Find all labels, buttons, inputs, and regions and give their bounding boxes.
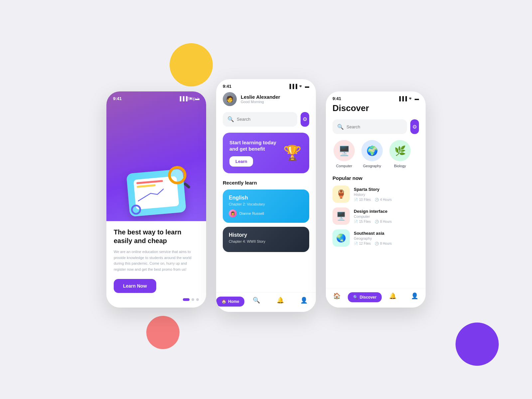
sparta-info: Sparta Story History 📄 10 Files 🕐 4 Hour… <box>354 187 419 201</box>
biology-icon: 🌿 <box>389 140 411 161</box>
file-icon: 📄 <box>354 198 358 201</box>
course-card-history[interactable]: History Chapter 4: WWII Story <box>223 227 309 252</box>
search-box-3[interactable]: 🔍 <box>332 119 407 134</box>
wifi-icon-3: ᯤ <box>409 96 413 101</box>
clock-icon: 🕐 <box>375 198 379 201</box>
skip-button[interactable]: Skip > <box>188 96 200 101</box>
discover-btn-icon: 🔍 <box>353 295 358 300</box>
signal-icon-3: ▐▐▐ <box>398 96 407 101</box>
filter-button-3[interactable]: ⚙ <box>410 119 419 134</box>
nav-profile-3[interactable]: 👤 <box>404 292 426 302</box>
bell-nav-icon: 🔔 <box>277 297 284 304</box>
category-computer[interactable]: 🖥️ Computer <box>332 140 356 168</box>
popular-title: Popular now <box>332 175 419 181</box>
battery-icon-3: ▬ <box>415 96 419 101</box>
time-3: 9:41 <box>332 96 341 101</box>
dot-2 <box>192 298 194 301</box>
computer-icon: 🖥️ <box>333 140 355 161</box>
southeast-files: 📄 12 Files <box>354 242 371 245</box>
search-row: 🔍 ⚙ <box>223 112 309 127</box>
southeast-sub: Geography <box>354 236 419 240</box>
dot-3 <box>196 298 199 301</box>
illus-line-yellow <box>137 184 156 188</box>
southeast-info: Southeast asia Geography 📄 12 Files 🕐 8 … <box>354 231 419 245</box>
filter-button[interactable]: ⚙ <box>301 112 309 127</box>
illustration <box>123 161 190 214</box>
design-thumb: 🖥️ <box>332 207 350 225</box>
blob-yellow <box>170 43 213 86</box>
scene: 9:41 ▐▐▐ ᯤ ▬ Skip > <box>13 17 519 382</box>
nav-bell[interactable]: 🔔 <box>268 297 292 307</box>
southeast-meta: 📄 12 Files 🕐 8 Hours <box>354 242 419 245</box>
phone-discover: 9:41 ▐▐▐ ᯤ ▬ Discover 🔍 ⚙ 🖥️ Comp <box>326 91 426 308</box>
promo-text: Start learning today and get benefit Lea… <box>229 139 281 167</box>
signal-icon-2: ▐▐▐ <box>288 84 297 89</box>
search-input-3[interactable] <box>346 124 402 129</box>
design-files: 📄 15 Files <box>354 220 371 223</box>
search-input[interactable] <box>237 117 293 122</box>
design-files-count: 15 Files <box>359 220 371 223</box>
popular-item-design[interactable]: 🖥️ Design interface Computer 📄 15 Files … <box>332 207 419 225</box>
category-label-biology: Biology <box>394 164 406 168</box>
category-geography[interactable]: 🌍 Geography <box>360 140 384 168</box>
status-icons-2: ▐▐▐ ᯤ ▬ <box>288 84 309 89</box>
user-avatar: 🧑 <box>223 92 237 106</box>
categories-row: 🖥️ Computer 🌍 Geography 🌿 Biology <box>332 140 419 168</box>
home-icon: 🏠 <box>221 299 226 304</box>
recently-learn-title: Recently learn <box>223 180 309 186</box>
user-info: Leslie Alexander Good Morning <box>241 94 280 104</box>
bell-icon-3: 🔔 <box>389 292 396 300</box>
chart-svg <box>137 187 165 203</box>
nav-home[interactable]: 🏠 Home <box>216 297 244 307</box>
category-biology[interactable]: 🌿 Biology <box>388 140 412 168</box>
promo-title: Start learning today and get benefit <box>229 139 281 152</box>
sparta-thumb: 🏺 <box>332 186 350 203</box>
sparta-meta: 📄 10 Files 🕐 4 Hours <box>354 198 419 201</box>
geography-icon: 🌍 <box>361 140 383 161</box>
blob-purple <box>456 323 499 366</box>
design-name: Design interface <box>354 209 419 214</box>
nav-discover[interactable]: 🔍 Discover <box>348 292 382 302</box>
learn-now-button[interactable]: Learn Now <box>114 279 156 293</box>
dot-1 <box>183 298 190 301</box>
course-card-english[interactable]: English Chapter 2: Vocabulary 👩 Dianne R… <box>223 190 309 223</box>
promo-card: Start learning today and get benefit Lea… <box>223 133 309 173</box>
phone2-content: 🧑 Leslie Alexander Good Morning 🔍 ⚙ Star… <box>216 91 316 272</box>
search-box[interactable]: 🔍 <box>223 112 297 127</box>
bottom-nav-3: 🏠 🔍 Discover 🔔 👤 <box>326 288 426 308</box>
teacher-row-english: 👩 Dianne Russell <box>229 209 303 217</box>
discover-nav-btn[interactable]: 🔍 Discover <box>348 292 382 302</box>
illus-line-red <box>136 180 163 184</box>
teacher-name-english: Dianne Russell <box>239 211 264 215</box>
southeast-hours: 🕐 8 Hours <box>375 242 392 245</box>
nav-bell-3[interactable]: 🔔 <box>382 292 404 302</box>
category-label-geography: Geography <box>363 164 381 168</box>
user-row: 🧑 Leslie Alexander Good Morning <box>223 91 309 106</box>
popular-item-southeast[interactable]: 🌏 Southeast asia Geography 📄 12 Files 🕐 … <box>332 229 419 247</box>
discover-title: Discover <box>332 103 419 113</box>
user-name: Leslie Alexander <box>241 94 280 100</box>
course-chapter-history: Chapter 4: WWII Story <box>229 239 303 243</box>
phone-home: 9:41 ▐▐▐ ᯤ ▬ 🧑 Leslie Alexander Good Mor… <box>216 79 316 312</box>
home-nav-btn[interactable]: 🏠 Home <box>216 297 244 307</box>
design-meta: 📄 15 Files 🕐 8 Hours <box>354 220 419 223</box>
nav-home-3[interactable]: 🏠 <box>326 292 348 302</box>
phone-onboarding: 9:41 ▐▐▐ ᯤ ▬ Skip > <box>106 91 206 308</box>
discover-btn-label: Discover <box>360 295 377 300</box>
course-subject-history: History <box>229 232 303 238</box>
sparta-files: 📄 10 Files <box>354 198 371 201</box>
clock-icon-3: 🕐 <box>375 242 379 245</box>
wifi-icon-2: ᯤ <box>299 84 303 89</box>
blob-coral <box>146 316 180 349</box>
nav-profile[interactable]: 👤 <box>292 297 316 307</box>
home-label: Home <box>228 299 239 304</box>
profile-nav-icon: 👤 <box>300 297 308 304</box>
course-subject-english: English <box>229 195 303 201</box>
sparta-hours-count: 4 Hours <box>380 198 392 201</box>
user-greeting: Good Morning <box>241 100 280 104</box>
popular-item-sparta[interactable]: 🏺 Sparta Story History 📄 10 Files 🕐 4 Ho… <box>332 186 419 203</box>
phone1-top: 9:41 ▐▐▐ ᯤ ▬ Skip > <box>106 91 206 221</box>
onboarding-body: We are an online education service that … <box>114 249 199 272</box>
nav-search[interactable]: 🔍 <box>244 297 268 307</box>
promo-learn-button[interactable]: Learn <box>229 156 253 167</box>
